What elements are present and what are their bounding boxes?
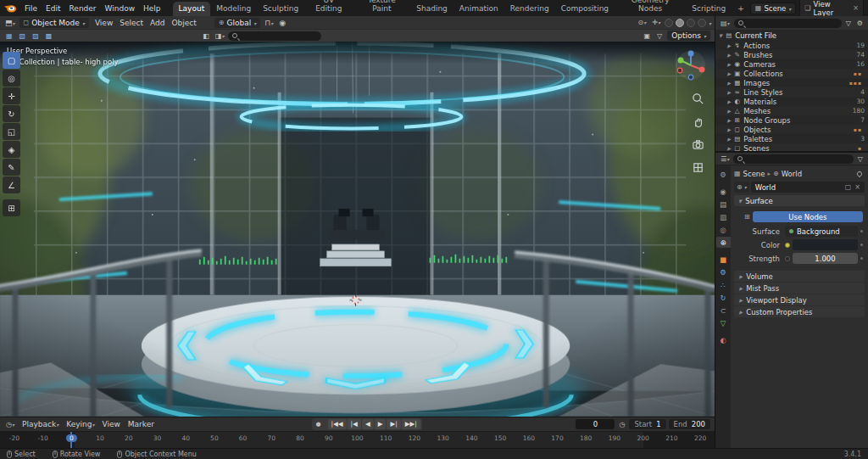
transport-button[interactable]: ▶| <box>387 419 400 429</box>
add-workspace-button[interactable]: + <box>732 4 749 13</box>
shading-solid-icon[interactable] <box>676 19 684 27</box>
world-browse-dropdown[interactable]: ⊕ <box>734 182 749 193</box>
frame-tick[interactable]: -10 <box>29 432 58 448</box>
workspace-tab[interactable]: Rendering <box>504 2 555 16</box>
timeline-menu-item[interactable]: Marker <box>125 420 158 428</box>
scene-selector[interactable]: ▦ Scene <box>750 3 797 14</box>
chevron-down-icon[interactable] <box>709 19 711 27</box>
timeline-menu-item[interactable]: View <box>98 420 123 428</box>
tool-button[interactable]: ↻ <box>3 105 20 122</box>
outliner-item[interactable]: △ Meshes 180 <box>715 106 868 115</box>
transport-button[interactable]: ◀ <box>362 419 374 429</box>
outliner-item[interactable]: ▤ Palettes 3 <box>715 134 868 143</box>
unlink-icon[interactable]: × <box>854 183 860 191</box>
frame-tick[interactable]: 190 <box>600 432 629 448</box>
properties-tab[interactable]: ◉ <box>716 186 731 197</box>
frame-tick[interactable]: -20 <box>0 432 29 448</box>
properties-editor-icon[interactable]: ☰ <box>719 155 731 163</box>
surface-shader-dropdown[interactable]: Background <box>785 226 858 237</box>
frame-tick[interactable]: 0 <box>57 432 86 448</box>
strength-slider[interactable]: 1.000 <box>793 253 858 264</box>
proportional-edit-icon[interactable]: ◉ <box>277 19 287 27</box>
frame-tick[interactable]: 110 <box>371 432 400 448</box>
viewport-menu-item[interactable]: View <box>92 19 116 27</box>
viewport-menu-item[interactable]: Add <box>147 19 168 27</box>
close-icon[interactable]: × <box>853 4 859 12</box>
navigation-gizmo[interactable] <box>674 48 708 84</box>
frame-tick[interactable]: 40 <box>171 432 200 448</box>
frame-tick[interactable]: 170 <box>543 432 572 448</box>
properties-tab[interactable]: ▥ <box>716 211 731 222</box>
tool-button[interactable]: ∠ <box>3 176 20 193</box>
visibility-toggle-icon[interactable]: ⊙ <box>637 19 648 26</box>
pin-icon[interactable] <box>856 170 863 176</box>
frame-tick[interactable]: 130 <box>429 432 458 448</box>
camera-toggle-icon[interactable]: ◨ <box>214 32 226 40</box>
select-mode-extend-icon[interactable]: ▧ <box>18 32 28 40</box>
menu-item[interactable]: Render <box>65 3 101 14</box>
workspace-tab[interactable]: Layout <box>173 2 211 16</box>
select-mode-subtract-icon[interactable]: ▨ <box>31 32 41 40</box>
timeline-editor-icon[interactable]: ◷ <box>4 421 16 428</box>
properties-tab[interactable]: ◐ <box>716 334 731 345</box>
workspace-tab[interactable]: UV Editing <box>304 0 353 16</box>
orientation-dropdown[interactable]: ⊕ Global <box>214 18 260 28</box>
disclosure-triangle-icon[interactable] <box>727 109 731 114</box>
surface-panel-header[interactable]: Surface <box>734 195 865 206</box>
breadcrumb-world[interactable]: World <box>782 170 802 178</box>
frame-tick[interactable]: 140 <box>458 432 487 448</box>
frame-tick[interactable]: 80 <box>286 432 314 448</box>
overlay-toggle-icon[interactable]: ▣ <box>643 32 653 40</box>
properties-tab[interactable]: ▽ <box>716 317 731 328</box>
use-nodes-button[interactable]: Use Nodes <box>753 211 863 222</box>
properties-tab[interactable]: ⊕ <box>716 237 731 248</box>
outliner-item[interactable]: ▢ Scenes ▪ <box>715 143 868 151</box>
disclosure-triangle-icon[interactable] <box>727 99 731 104</box>
snap-magnet-icon[interactable]: ⊓ <box>263 19 275 27</box>
outliner-item[interactable]: ◉ Cameras 16 <box>715 59 868 69</box>
menu-item[interactable]: File <box>20 3 42 14</box>
disclosure-triangle-icon[interactable] <box>727 62 731 67</box>
transport-button[interactable]: |◀◀ <box>328 419 347 429</box>
animate-decorator-icon[interactable] <box>860 257 863 260</box>
viewport-menu-item[interactable]: Object <box>168 19 199 27</box>
frame-tick[interactable]: 20 <box>114 432 143 448</box>
tool-button[interactable]: ▢ <box>3 52 20 69</box>
collapsed-panel[interactable]: Volume <box>734 271 865 282</box>
world-name-field[interactable]: World ▢× <box>751 182 865 193</box>
outliner-item[interactable]: ◐ Materials 30 <box>715 97 868 106</box>
frame-tick[interactable]: 150 <box>486 432 515 448</box>
frame-tick[interactable]: 210 <box>658 432 687 448</box>
transport-button[interactable]: ▶ <box>375 419 387 429</box>
view-toggle-icon[interactable]: ◧ <box>201 32 211 40</box>
filter-funnel-icon[interactable]: ▽ <box>844 20 853 27</box>
zoom-icon[interactable] <box>692 92 704 107</box>
select-mode-invert-icon[interactable]: ▩ <box>44 32 54 40</box>
current-frame-field[interactable]: 0 <box>576 419 615 429</box>
filter-icon[interactable]: ▽ <box>856 155 865 163</box>
frame-start-field[interactable]: Start1 <box>629 419 665 429</box>
properties-search[interactable] <box>733 154 854 164</box>
workspace-tab[interactable]: Animation <box>453 2 504 16</box>
frame-tick[interactable]: 10 <box>86 432 114 448</box>
color-swatch[interactable] <box>793 239 858 250</box>
frame-tick[interactable]: 60 <box>229 432 258 448</box>
gizmo-toggle-icon[interactable]: ✛ <box>650 19 662 26</box>
outliner-search[interactable] <box>734 19 842 28</box>
shading-wireframe-icon[interactable] <box>665 19 673 27</box>
frame-tick[interactable]: 200 <box>629 432 658 448</box>
outliner-item[interactable]: ◻ Objects ▪▪ <box>715 125 868 134</box>
shading-rendered-icon[interactable] <box>698 19 706 27</box>
transport-button[interactable]: |◀ <box>348 419 361 429</box>
menu-item[interactable]: Edit <box>42 3 64 14</box>
animate-decorator-icon[interactable] <box>860 230 863 232</box>
tool-button[interactable]: ◈ <box>3 141 20 158</box>
viewport-scene[interactable] <box>0 42 715 417</box>
tool-button[interactable]: ⊞ <box>3 199 20 216</box>
outliner-item[interactable]: ✎ Brushes 74 <box>715 50 868 59</box>
filter-gear-icon[interactable]: ⚙ <box>855 20 865 27</box>
disclosure-triangle-icon[interactable] <box>727 118 731 123</box>
select-mode-new-icon[interactable]: ▦ <box>4 32 14 40</box>
outliner-item[interactable]: ≈ Line Styles 4 <box>715 87 868 97</box>
disclosure-triangle-icon[interactable] <box>727 71 731 76</box>
